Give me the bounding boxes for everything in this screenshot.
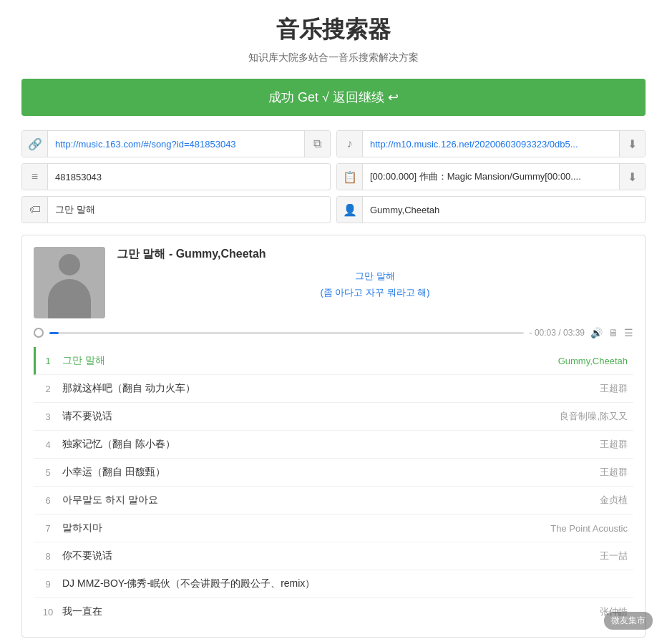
document-icon: 📋 (337, 164, 363, 190)
page-title: 音乐搜索器 (21, 14, 646, 46)
track-name: 말하지마 (57, 522, 550, 535)
track-item[interactable]: 8你不要说话王一喆 (34, 542, 633, 570)
track-number: 8 (39, 551, 57, 562)
page-container: 音乐搜索器 知识库大院多站合一音乐搜索解决方案 成功 Get √ 返回继续 ↩ … (0, 0, 667, 644)
track-number: 2 (39, 384, 57, 394)
screen-icon[interactable]: 🖥 (608, 327, 618, 338)
menu-icon[interactable]: ☰ (624, 327, 633, 338)
track-name: 你不要说话 (57, 550, 600, 562)
page-subtitle: 知识库大院多站合一音乐搜索解决方案 (21, 52, 646, 64)
track-item[interactable]: 6아무말도 하지 말아요金贞植 (34, 487, 633, 514)
album-art (34, 247, 105, 318)
track-item[interactable]: 7말하지마The Point Acoustic (34, 514, 633, 542)
music-note-icon: ♪ (337, 131, 363, 157)
success-banner[interactable]: 成功 Get √ 返回继续 ↩ (21, 79, 646, 116)
track-name: 那就这样吧（翻自 动力火车） (57, 382, 600, 395)
track-number: 6 (39, 495, 57, 506)
track-artist: 王超群 (600, 382, 628, 395)
album-figure (34, 247, 105, 318)
player-info: 그만 말해 - Gummy,Cheetah 그만 말해(좀 아다고 자꾸 뭐라고… (117, 247, 633, 301)
track-artist: 王一喆 (600, 550, 628, 562)
player-lyrics: 그만 말해(좀 아다고 자꾸 뭐라고 해) (117, 268, 633, 301)
progress-fill (49, 332, 59, 334)
track-item[interactable]: 1그만 말해Gummy,Cheetah (34, 347, 633, 375)
track-name: 小幸运（翻自 田馥甄） (57, 466, 600, 479)
info-value-3: [00:00.000] 作曲：Magic Mansion/Gummy[00:00… (363, 170, 619, 183)
track-artist: The Point Acoustic (550, 523, 628, 534)
info-row-3: 📋[00:00.000] 作曲：Magic Mansion/Gummy[00:0… (336, 163, 646, 190)
track-artist: 王超群 (600, 466, 628, 479)
tag-icon: 🏷 (22, 197, 48, 223)
watermark: 微友集市 (604, 612, 653, 630)
progress-thumb[interactable] (34, 328, 44, 338)
progress-controls: 🔊 🖥 ☰ (590, 327, 633, 338)
player-progress-row: - 00:03 / 03:39 🔊 🖥 ☰ (34, 327, 633, 338)
player-card: 그만 말해 - Gummy,Cheetah 그만 말해(좀 아다고 자꾸 뭐라고… (21, 235, 646, 638)
info-row-4: 🏷그만 말해 (21, 196, 331, 223)
person-icon: 👤 (337, 197, 363, 223)
track-number: 1 (39, 356, 57, 366)
track-artist: 良音制噪,陈又又 (560, 410, 628, 423)
header: 音乐搜索器 知识库大院多站合一音乐搜索解决方案 (21, 14, 646, 64)
track-number: 9 (39, 579, 57, 590)
lyric-line: 그만 말해 (117, 268, 633, 284)
track-name: DJ MMZ-BOY-佛秀-眠伙（不会讲殿子的殿公子、remix） (57, 577, 628, 590)
info-value-4: 그만 말해 (48, 203, 330, 216)
info-value-0: http://music.163.com/#/song?id=481853043 (48, 139, 304, 150)
info-value-1: http://m10.music.126.net/20200603093323/… (363, 139, 619, 150)
track-number: 7 (39, 523, 57, 534)
track-name: 我一直在 (57, 605, 600, 618)
track-item[interactable]: 10我一直在张仲皓 (34, 598, 633, 625)
track-name: 아무말도 하지 말아요 (57, 494, 600, 507)
player-top: 그만 말해 - Gummy,Cheetah 그만 말해(좀 아다고 자꾸 뭐라고… (34, 247, 633, 318)
track-name: 그만 말해 (57, 354, 558, 367)
list-icon: ≡ (22, 164, 48, 190)
download-button[interactable]: ⬇ (619, 164, 645, 190)
link-icon: 🔗 (22, 131, 48, 157)
track-number: 4 (39, 439, 57, 450)
download-button[interactable]: ⬇ (619, 131, 645, 157)
progress-bar[interactable] (49, 332, 524, 334)
track-number: 3 (39, 411, 57, 422)
track-artist: Gummy,Cheetah (558, 356, 628, 366)
track-artist: 王超群 (600, 438, 628, 451)
track-item[interactable]: 4独家记忆（翻自 陈小春）王超群 (34, 431, 633, 459)
track-item[interactable]: 2那就这样吧（翻自 动力火车）王超群 (34, 375, 633, 403)
track-item[interactable]: 9DJ MMZ-BOY-佛秀-眠伙（不会讲殿子的殿公子、remix） (34, 570, 633, 598)
track-item[interactable]: 3请不要说话良音制噪,陈又又 (34, 403, 633, 431)
info-value-2: 481853043 (48, 172, 330, 182)
track-artist: 金贞植 (600, 494, 628, 507)
info-grid: 🔗http://music.163.com/#/song?id=48185304… (21, 130, 646, 223)
external-link-button[interactable]: ⧉ (304, 131, 330, 157)
lyric-line: (좀 아다고 자꾸 뭐라고 해) (117, 284, 633, 301)
info-row-2: ≡481853043 (21, 163, 331, 190)
track-name: 请不要说话 (57, 410, 560, 423)
track-list: 1그만 말해Gummy,Cheetah2那就这样吧（翻自 动力火车）王超群3请不… (34, 347, 633, 625)
info-row-0: 🔗http://music.163.com/#/song?id=48185304… (21, 130, 331, 157)
track-number: 10 (39, 607, 57, 618)
track-item[interactable]: 5小幸运（翻自 田馥甄）王超群 (34, 459, 633, 487)
info-value-5: Gummy,Cheetah (363, 205, 645, 215)
progress-time: - 00:03 / 03:39 (530, 328, 585, 338)
volume-icon[interactable]: 🔊 (590, 327, 603, 338)
info-row-1: ♪http://m10.music.126.net/20200603093323… (336, 130, 646, 157)
track-number: 5 (39, 467, 57, 478)
info-row-5: 👤Gummy,Cheetah (336, 196, 646, 223)
player-song-title: 그만 말해 - Gummy,Cheetah (117, 247, 633, 262)
track-name: 独家记忆（翻自 陈小春） (57, 438, 600, 451)
